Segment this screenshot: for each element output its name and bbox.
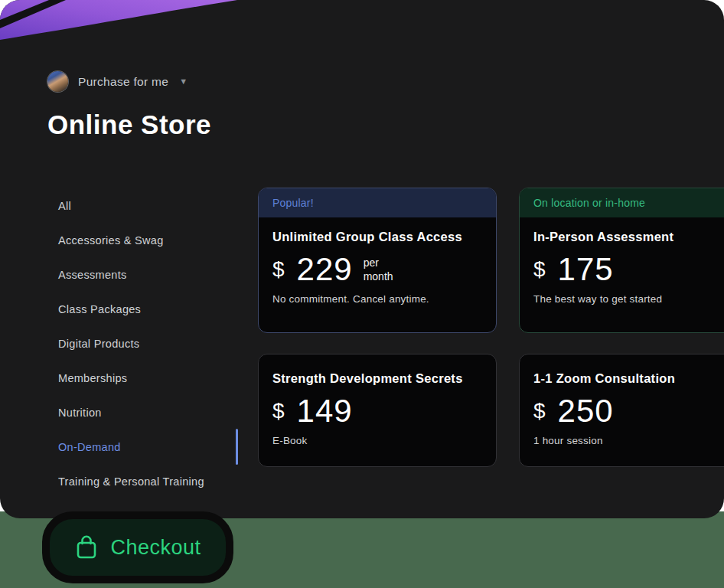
price-period-line2: month [364,270,393,283]
shopping-bag-icon [74,534,99,560]
price-value: 175 [558,251,614,288]
price-period: per month [364,256,393,283]
product-subtitle: The best way to get started [533,293,724,305]
user-avatar [47,71,68,92]
product-title: Strength Development Secrets [272,371,482,386]
product-card-grid: Popular! Unlimited Group Class Access $ … [258,188,724,467]
price-period-line1: per [364,256,379,269]
price-value: 229 [297,251,353,288]
price-row: $ 149 [272,393,482,430]
sidebar-item-nutrition[interactable]: Nutrition [58,395,238,430]
chevron-down-icon: ▼ [179,77,188,86]
purple-ribbon-decoration [0,0,253,46]
sidebar-item-assessments[interactable]: Assessments [58,257,238,292]
card-body: In-Person Assessment $ 175 The best way … [520,217,724,305]
product-card-zoom-consultation[interactable]: 1-1 Zoom Consultation $ 250 1 hour sessi… [519,354,724,467]
product-subtitle: No commitment. Cancel anytime. [272,293,482,305]
product-card-unlimited-group-class[interactable]: Popular! Unlimited Group Class Access $ … [258,188,497,333]
purchase-for-label: Purchase for me [78,75,168,89]
price-row: $ 175 [533,251,724,288]
online-store-panel: Purchase for me ▼ Online Store All Acces… [0,0,724,518]
product-title: 1-1 Zoom Consultation [533,371,724,386]
product-subtitle: E-Book [272,435,482,446]
price-value: 149 [297,393,353,430]
currency-symbol: $ [533,257,546,282]
sidebar-item-memberships[interactable]: Memberships [58,361,238,395]
card-body: Strength Development Secrets $ 149 E-Boo… [259,354,496,446]
location-badge: On location or in-home [520,188,724,217]
sidebar-scroll-indicator[interactable] [236,429,238,465]
checkout-label: Checkout [110,536,201,560]
product-card-strength-development-secrets[interactable]: Strength Development Secrets $ 149 E-Boo… [258,354,497,467]
price-row: $ 250 [533,393,724,430]
card-body: 1-1 Zoom Consultation $ 250 1 hour sessi… [520,354,724,446]
store-page: Purchase for me ▼ Online Store All Acces… [0,0,724,588]
category-sidebar: All Accessories & Swag Assessments Class… [58,188,238,498]
currency-symbol: $ [272,399,285,423]
sidebar-item-training-personal-training[interactable]: Training & Personal Training [58,464,238,498]
purchase-for-selector[interactable]: Purchase for me ▼ [47,71,188,92]
price-row: $ 229 per month [272,251,482,288]
currency-symbol: $ [272,257,285,282]
currency-symbol: $ [533,399,546,423]
sidebar-item-digital-products[interactable]: Digital Products [58,326,238,361]
product-card-in-person-assessment[interactable]: On location or in-home In-Person Assessm… [519,188,724,333]
sidebar-item-on-demand[interactable]: On-Demand [58,430,238,464]
checkout-button[interactable]: Checkout [42,511,233,583]
sidebar-item-all[interactable]: All [58,188,238,223]
sidebar-item-accessories-swag[interactable]: Accessories & Swag [58,223,238,257]
product-title: Unlimited Group Class Access [272,230,482,244]
product-title: In-Person Assessment [533,230,724,244]
sidebar-item-class-packages[interactable]: Class Packages [58,292,238,326]
popular-badge: Popular! [259,188,496,217]
product-subtitle: 1 hour session [533,435,724,446]
price-value: 250 [558,393,614,430]
card-body: Unlimited Group Class Access $ 229 per m… [259,217,496,305]
page-title: Online Store [47,109,211,140]
